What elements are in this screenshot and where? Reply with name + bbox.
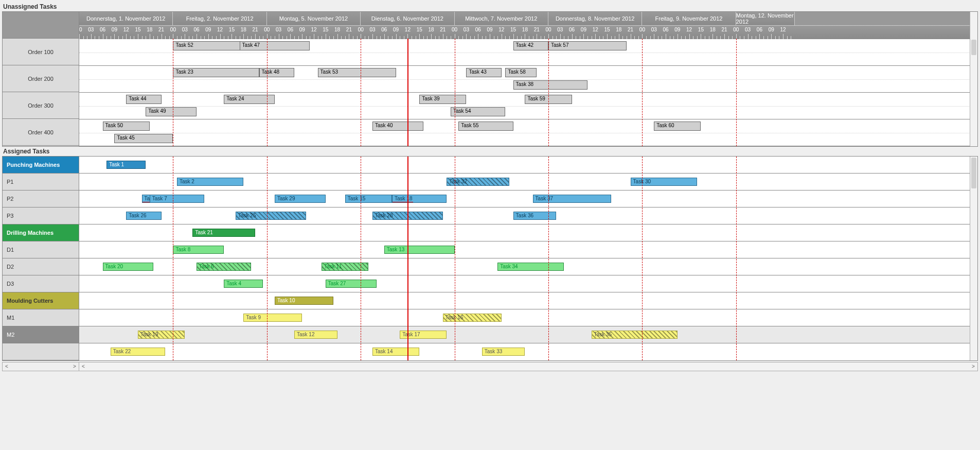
task-bar[interactable]: Task 16 — [443, 314, 502, 322]
task-bar[interactable]: Task 36 — [513, 212, 557, 220]
lane-order-200[interactable]: Task 23Task 48Task 53Task 43Task 58Task … — [79, 66, 977, 93]
lane-grp-mould[interactable]: Task 10 — [79, 292, 977, 309]
task-bar[interactable]: Task 21 — [192, 229, 255, 237]
row-header-res-d3[interactable]: D3 — [3, 275, 79, 292]
task-bar[interactable]: Task 13 — [384, 246, 455, 254]
row-header-res-d1[interactable]: D1 — [3, 241, 79, 258]
lane-order-100[interactable]: Task 52Task 47Task 42Task 57 — [79, 39, 977, 66]
scroll-right-icon[interactable]: > — [969, 362, 977, 371]
task-bar[interactable]: Task 52 — [173, 41, 243, 50]
task-bar[interactable]: Task 25 — [236, 212, 306, 220]
task-bar[interactable]: Task 38 — [513, 80, 587, 90]
lane-res-m2[interactable]: Task 19Task 12Task 17Task 35 — [79, 326, 977, 343]
task-bar[interactable]: Task 18 — [392, 195, 447, 203]
lane-res-d2[interactable]: Task 20Task 6Task 11Task 34 — [79, 258, 977, 275]
task-bar[interactable]: Task 26 — [126, 212, 161, 220]
scroll-right-icon[interactable]: > — [70, 362, 79, 371]
task-bar[interactable]: Task 50 — [103, 122, 150, 131]
lane-res-p2[interactable]: Task 3Task 7Task 29Task 15Task 18Task 37 — [79, 191, 977, 207]
task-bar[interactable]: Task 59 — [525, 95, 572, 104]
row-header-res-m1[interactable]: M1 — [3, 309, 79, 326]
scroll-left-icon[interactable]: < — [3, 362, 11, 371]
task-bar[interactable]: Task 40 — [372, 122, 423, 131]
lane-order-300[interactable]: Task 44Task 24Task 39Task 59Task 49Task … — [79, 93, 977, 119]
row-header-res-p2[interactable]: P2 — [3, 191, 79, 207]
task-bar[interactable]: Task 15 — [345, 195, 392, 203]
task-bar[interactable]: Task 54 — [451, 107, 505, 116]
task-bar[interactable]: Task 45 — [114, 134, 173, 143]
task-bar[interactable]: Task 9 — [243, 314, 302, 322]
lane-res-d3[interactable]: Task 4Task 27 — [79, 275, 977, 292]
task-bar[interactable]: Task 6 — [197, 263, 251, 271]
lane-res-m1[interactable]: Task 9Task 16 — [79, 309, 977, 326]
task-bar[interactable]: Task 34 — [497, 263, 564, 271]
lane-res-p3[interactable]: Task 26Task 25Task 28Task 36 — [79, 207, 977, 224]
row-header-res-p3[interactable]: P3 — [3, 207, 79, 224]
task-bar[interactable]: Task 20 — [103, 263, 154, 271]
gantt-unassigned: Order 100Order 200Order 300Order 400 Don… — [2, 11, 978, 147]
vscroll-assigned[interactable] — [970, 157, 977, 360]
task-bar[interactable]: Task 7 — [150, 195, 204, 203]
scroll-left-icon[interactable]: < — [79, 362, 87, 371]
task-bar[interactable]: Task 23 — [173, 68, 259, 77]
lane-res-d1[interactable]: Task 8Task 13 — [79, 241, 977, 258]
task-bar[interactable]: Task 35 — [592, 331, 678, 339]
hour-label: 18 — [241, 27, 246, 32]
task-bar[interactable]: Task 1 — [106, 161, 146, 169]
row-header-order-100[interactable]: Order 100 — [3, 39, 79, 65]
lane-grp-drill[interactable]: Task 21 — [79, 224, 977, 241]
task-bar[interactable]: Task 17 — [400, 331, 447, 339]
hscroll[interactable]: < > < > — [2, 362, 978, 371]
row-header-res-m2[interactable]: M2 — [3, 326, 79, 343]
task-bar[interactable]: Task 29 — [275, 195, 326, 203]
task-bar[interactable]: Task 2 — [177, 178, 243, 186]
task-bar[interactable]: Task 22 — [111, 348, 165, 356]
task-bar[interactable]: Task 30 — [631, 178, 697, 186]
lane-order-400[interactable]: Task 50Task 40Task 55Task 60Task 45 — [79, 119, 977, 146]
task-bar[interactable]: Task 49 — [146, 107, 197, 116]
task-bar[interactable]: Task 8 — [173, 246, 224, 254]
task-bar[interactable]: Task 19 — [138, 331, 185, 339]
lane-res-m3[interactable]: Task 22Task 14Task 33 — [79, 343, 977, 358]
task-bar[interactable]: Task 48 — [259, 68, 294, 77]
task-bar[interactable]: Task 12 — [294, 331, 337, 339]
task-bar[interactable]: Task 14 — [372, 348, 419, 356]
row-header-grp-drill[interactable]: Drilling Machines — [3, 224, 79, 241]
lane-grp-punch[interactable]: Task 1 — [79, 157, 977, 174]
hour-label: 00 — [639, 27, 645, 32]
lane-res-p1[interactable]: Task 2Task 32Task 30 — [79, 174, 977, 191]
task-bar[interactable]: Task 57 — [548, 41, 627, 50]
row-header-order-300[interactable]: Order 300 — [3, 92, 79, 119]
task-bar[interactable]: Task 47 — [240, 41, 310, 50]
chart-area-unassigned[interactable]: Donnerstag, 1. November 2012Freitag, 2. … — [79, 12, 977, 146]
task-bar[interactable]: Task 44 — [126, 95, 161, 104]
row-header-res-d2[interactable]: D2 — [3, 258, 79, 275]
now-line — [407, 39, 408, 146]
row-header-res-m3[interactable] — [3, 343, 79, 360]
row-header-grp-mould[interactable]: Moulding Cutters — [3, 292, 79, 309]
row-header-order-200[interactable]: Order 200 — [3, 65, 79, 92]
task-bar[interactable]: Task 32 — [447, 178, 509, 186]
task-bar[interactable]: Task 39 — [419, 95, 466, 104]
task-bar[interactable]: Task 10 — [275, 297, 333, 305]
hour-label: 12 — [217, 27, 223, 32]
task-bar[interactable]: Task 43 — [466, 68, 501, 77]
task-bar[interactable]: Task 27 — [326, 280, 377, 288]
hour-label: 15 — [417, 27, 422, 32]
task-bar[interactable]: Task 55 — [458, 122, 513, 131]
task-bar[interactable]: Task 60 — [654, 122, 701, 131]
task-bar[interactable]: Task 58 — [505, 68, 537, 77]
task-bar[interactable]: Task 24 — [224, 95, 275, 104]
vscroll-unassigned[interactable] — [970, 12, 977, 146]
row-header-res-p1[interactable]: P1 — [3, 174, 79, 191]
hour-label: 06 — [569, 27, 575, 32]
task-bar[interactable]: Task 4 — [224, 280, 263, 288]
task-bar[interactable]: Task 33 — [482, 348, 525, 356]
task-bar[interactable]: Task 53 — [318, 68, 396, 77]
task-bar[interactable]: Task 11 — [322, 263, 368, 271]
task-bar[interactable]: Task 37 — [533, 195, 611, 203]
row-header-order-400[interactable]: Order 400 — [3, 119, 79, 146]
task-bar[interactable]: Task 42 — [513, 41, 548, 50]
chart-area-assigned[interactable]: Task 1Task 2Task 32Task 30Task 3Task 7Ta… — [79, 157, 977, 360]
row-header-grp-punch[interactable]: Punching Machines — [3, 157, 79, 174]
